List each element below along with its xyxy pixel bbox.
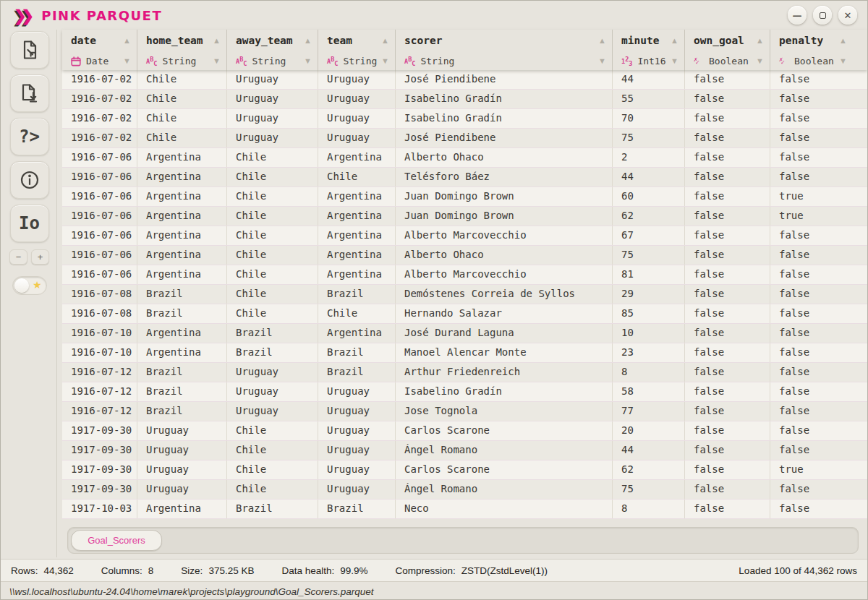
- cell-penalty[interactable]: false: [770, 304, 853, 323]
- cell-date[interactable]: 1916-07-12: [62, 402, 137, 421]
- table-row[interactable]: 1916-07-12BrazilUruguayBrazilArthur Frie…: [62, 363, 867, 382]
- cell-penalty[interactable]: false: [770, 148, 853, 167]
- cell-scorer[interactable]: Neco: [395, 500, 612, 518]
- cell-away_team[interactable]: Brazil: [226, 343, 318, 362]
- table-row[interactable]: 1916-07-06ArgentinaChileArgentinaAlberto…: [62, 226, 867, 246]
- cell-own_goal[interactable]: false: [684, 441, 770, 460]
- sort-desc-icon[interactable]: ▼: [839, 57, 848, 65]
- cell-scorer[interactable]: Ángel Romano: [395, 441, 612, 460]
- column-header-minute[interactable]: minute▲123Int16▼: [612, 30, 684, 70]
- cell-minute[interactable]: 44: [612, 441, 684, 460]
- cell-own_goal[interactable]: false: [684, 70, 770, 89]
- cell-own_goal[interactable]: false: [684, 90, 770, 108]
- cell-date[interactable]: 1916-07-06: [62, 246, 137, 265]
- cell-date[interactable]: 1916-07-10: [62, 343, 137, 362]
- table-row[interactable]: 1916-07-02ChileUruguayUruguayJosé Piendi…: [62, 129, 867, 148]
- cell-own_goal[interactable]: false: [684, 246, 770, 265]
- column-header-home_team[interactable]: home_team▲ABCString▼: [137, 30, 226, 70]
- cell-away_team[interactable]: Chile: [226, 460, 318, 479]
- table-row[interactable]: 1916-07-08BrazilChileChileHernando Salaz…: [62, 304, 867, 324]
- cell-away_team[interactable]: Brazil: [226, 324, 318, 343]
- cell-minute[interactable]: 70: [612, 109, 684, 128]
- cell-away_team[interactable]: Uruguay: [226, 70, 318, 89]
- cell-minute[interactable]: 81: [612, 265, 684, 284]
- cell-team[interactable]: Argentina: [318, 324, 395, 343]
- column-header-scorer[interactable]: scorer▲ABCString▼: [395, 30, 612, 70]
- table-row[interactable]: 1917-09-30UruguayChileUruguayCarlos Scar…: [62, 460, 867, 480]
- table-row[interactable]: 1916-07-06ArgentinaChileChileTelésforo B…: [62, 168, 867, 187]
- cell-date[interactable]: 1916-07-12: [62, 382, 137, 401]
- cell-home_team[interactable]: Brazil: [137, 382, 226, 401]
- cell-team[interactable]: Uruguay: [318, 70, 395, 89]
- column-header-date[interactable]: date▲Date▼: [62, 30, 137, 70]
- cell-scorer[interactable]: Carlos Scarone: [395, 421, 612, 440]
- cell-scorer[interactable]: Carlos Scarone: [395, 460, 612, 479]
- cell-own_goal[interactable]: false: [684, 187, 770, 206]
- sort-desc-icon[interactable]: ▼: [123, 57, 132, 65]
- cell-own_goal[interactable]: false: [684, 343, 770, 362]
- cell-minute[interactable]: 62: [612, 207, 684, 226]
- cell-home_team[interactable]: Argentina: [137, 207, 226, 226]
- cell-penalty[interactable]: false: [770, 343, 853, 362]
- cell-away_team[interactable]: Chile: [226, 246, 318, 265]
- minimize-button[interactable]: —: [788, 6, 807, 25]
- cell-penalty[interactable]: false: [770, 70, 853, 89]
- cell-penalty[interactable]: true: [770, 187, 853, 206]
- cell-penalty[interactable]: false: [770, 109, 853, 128]
- maximize-button[interactable]: [813, 6, 832, 25]
- cell-away_team[interactable]: Brazil: [226, 500, 318, 518]
- cell-away_team[interactable]: Chile: [226, 421, 318, 440]
- cell-minute[interactable]: 44: [612, 70, 684, 89]
- cell-penalty[interactable]: false: [770, 90, 853, 108]
- cell-own_goal[interactable]: false: [684, 168, 770, 187]
- cell-home_team[interactable]: Chile: [137, 90, 226, 108]
- cell-team[interactable]: Uruguay: [318, 129, 395, 147]
- info-button[interactable]: [10, 161, 49, 199]
- cell-team[interactable]: Uruguay: [318, 90, 395, 108]
- table-row[interactable]: 1916-07-08BrazilChileBrazilDemóstenes Co…: [62, 285, 867, 304]
- cell-own_goal[interactable]: false: [684, 460, 770, 479]
- cell-away_team[interactable]: Uruguay: [226, 363, 318, 382]
- cell-penalty[interactable]: false: [770, 441, 853, 460]
- cell-scorer[interactable]: Alberto Ohaco: [395, 148, 612, 167]
- column-header-penalty[interactable]: penalty▲✗✓Boolean▼: [770, 30, 853, 70]
- table-row[interactable]: 1916-07-02ChileUruguayUruguayIsabelino G…: [62, 90, 867, 109]
- cell-scorer[interactable]: Alberto Marcovecchio: [395, 265, 612, 284]
- cell-scorer[interactable]: Manoel Alencar Monte: [395, 343, 612, 362]
- cell-scorer[interactable]: José Piendibene: [395, 129, 612, 147]
- cell-scorer[interactable]: Ángel Romano: [395, 480, 612, 499]
- cell-own_goal[interactable]: false: [684, 304, 770, 323]
- cell-home_team[interactable]: Uruguay: [137, 460, 226, 479]
- cell-team[interactable]: Uruguay: [318, 402, 395, 421]
- table-row[interactable]: 1917-09-30UruguayChileUruguayCarlos Scar…: [62, 421, 867, 441]
- cell-away_team[interactable]: Chile: [226, 168, 318, 187]
- cell-scorer[interactable]: Arthur Friedenreich: [395, 363, 612, 382]
- cell-team[interactable]: Uruguay: [318, 480, 395, 499]
- cell-penalty[interactable]: false: [770, 421, 853, 440]
- table-row[interactable]: 1916-07-06ArgentinaChileArgentinaAlberto…: [62, 265, 867, 285]
- cell-minute[interactable]: 29: [612, 285, 684, 304]
- sort-desc-icon[interactable]: ▼: [598, 57, 608, 65]
- cell-scorer[interactable]: Hernando Salazar: [395, 304, 612, 323]
- sort-asc-icon[interactable]: ▲: [671, 37, 680, 45]
- table-row[interactable]: 1916-07-06ArgentinaChileArgentinaAlberto…: [62, 148, 867, 168]
- cell-date[interactable]: 1916-07-10: [62, 324, 137, 343]
- close-button[interactable]: ✕: [838, 6, 857, 25]
- table-row[interactable]: 1917-10-03ArgentinaBrazilBrazilNeco8fals…: [62, 500, 867, 519]
- cell-date[interactable]: 1916-07-12: [62, 363, 137, 382]
- table-row[interactable]: 1916-07-06ArgentinaChileArgentinaJuan Do…: [62, 187, 867, 207]
- sort-desc-icon[interactable]: ▼: [671, 57, 680, 65]
- cell-away_team[interactable]: Uruguay: [226, 129, 318, 147]
- cell-own_goal[interactable]: false: [684, 324, 770, 343]
- cell-own_goal[interactable]: false: [684, 265, 770, 284]
- cell-scorer[interactable]: Isabelino Gradín: [395, 382, 612, 401]
- cell-team[interactable]: Uruguay: [318, 382, 395, 401]
- sort-asc-icon[interactable]: ▲: [756, 37, 765, 45]
- cell-own_goal[interactable]: false: [684, 402, 770, 421]
- cell-minute[interactable]: 67: [612, 226, 684, 245]
- cell-away_team[interactable]: Chile: [226, 148, 318, 167]
- cell-own_goal[interactable]: false: [684, 129, 770, 147]
- cell-minute[interactable]: 58: [612, 382, 684, 401]
- cell-date[interactable]: 1917-10-03: [62, 500, 137, 518]
- cell-minute[interactable]: 44: [612, 168, 684, 187]
